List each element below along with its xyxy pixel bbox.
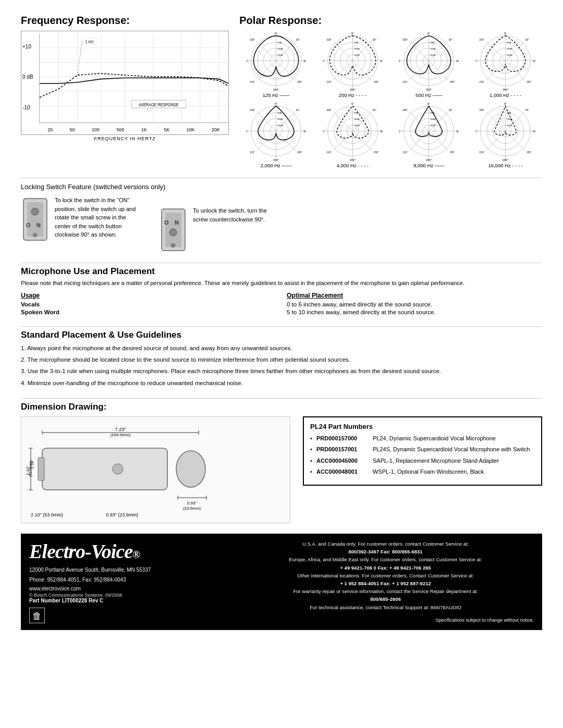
svg-text:270°: 270° [399,59,401,63]
svg-text:270°: 270° [246,130,249,133]
svg-text:N: N [36,222,41,228]
placement-header: Optimal Placement [287,292,542,299]
svg-text:(53.0mm): (53.0mm) [29,461,33,477]
part-item-0: • PRD000157000 PL24, Dynamic Supercardio… [310,435,535,442]
placement-row-vocals: 0 to 6 inches away, aimed directly at th… [287,301,542,307]
usage-col-left: Usage Vocals Spoken Word [21,292,276,317]
part-item-2: • ACC000045000 SAPL-1, Replacement Micro… [310,457,535,465]
footer-section: Electro-Voice® 12000 Portland Avenue Sou… [21,534,542,630]
polar-svg-250hz: 0° 90° 270° 180° 30° 330° 150° 210° -5dB… [323,31,383,91]
svg-text:150°: 150° [374,81,379,83]
polar-item-2000hz: 0° 90° 270° 180° 30° 330° 150° 210° -5dB… [239,101,313,168]
locking-title: Locking Switch Feature (switched version… [21,181,542,192]
standard-list: 1. Always point the microphone at the de… [21,343,542,388]
polar-label-8000hz: 8,000 Hz —— [413,163,445,168]
svg-text:210°: 210° [326,151,332,154]
polar-label-2000hz: 2,000 Hz —— [261,163,292,168]
footer-left: Electro-Voice® 12000 Portland Avenue Sou… [29,540,227,623]
svg-text:210°: 210° [326,81,332,83]
svg-text:0°: 0° [427,102,431,105]
svg-text:30°: 30° [525,109,529,112]
part-numbers-title: PL24 Part Numbers [310,423,535,430]
placement-vocals-text: 0 to 6 inches away, aimed directly at th… [287,301,432,307]
svg-text:0°: 0° [351,102,354,105]
polar-svg-2000hz: 0° 90° 270° 180° 30° 330° 150° 210° -5dB… [246,101,306,161]
svg-text:-15dB: -15dB [430,54,436,56]
svg-text:330°: 330° [480,39,485,41]
freq-x-100: 100 [92,127,100,132]
part-item-3: • ACC000048001 WSPL-1, Optional Foam Win… [310,468,535,476]
svg-text:-5dB: -5dB [277,41,282,44]
svg-text:7.23": 7.23" [115,427,126,432]
polar-response-section: Polar Response: 0° 90° [239,15,542,168]
svg-text:AVERAGE RESPONSE: AVERAGE RESPONSE [139,102,179,107]
dimension-svg-wrap: 7.23" (184.0mm) 2.10" [21,416,290,523]
footer-website: www.electrovoice.com [29,586,227,591]
svg-text:180°: 180° [273,158,279,161]
polar-svg-8000hz: 0° 90° 270° 180° 30° 330° 150° 210° -5dB… [399,101,459,161]
standard-title: Standard Placement & Use Guidelines [21,330,542,340]
svg-text:150°: 150° [527,151,532,154]
standard-item-3: 3. Use the 3-to-1 rule when using multip… [21,366,542,376]
svg-text:-10dB: -10dB [277,47,284,50]
svg-text:270°: 270° [475,130,478,133]
svg-text:270°: 270° [323,130,325,133]
svg-point-192 [176,451,205,487]
svg-text:90°: 90° [380,130,383,133]
svg-text:210°: 210° [403,81,408,83]
svg-text:-10dB: -10dB [430,47,436,50]
weee-icon: 🗑 [29,608,45,623]
svg-text:30°: 30° [373,39,376,41]
usage-spoken-label: Spoken Word [21,309,68,315]
usage-col-right: Optimal Placement 0 to 6 inches away, ai… [287,292,542,317]
svg-text:-5dB: -5dB [430,41,435,44]
freq-y-0db: 0 dB [22,74,39,80]
divider1 [21,178,542,178]
placement-row-spoken: 5 to 10 inches away, aimed directly at t… [287,309,542,315]
lock-text1: To lock the switch in the “ON” position,… [55,196,143,239]
freq-x-20: 20 [47,127,53,132]
mic-title: Microphone Use and Placement [21,266,542,277]
svg-text:210°: 210° [480,151,485,154]
locking-switch-section: Locking Switch Feature (switched version… [21,181,542,253]
svg-text:-15dB: -15dB [277,124,284,127]
polar-label-16000hz: 16,000 Hz - - - - [488,163,523,168]
footer-right-line-5: + 1 952 884-4051 Fax: + 1 952 887-9212 [237,579,534,587]
svg-text:-15dB: -15dB [507,124,513,127]
freq-x-1k: 1K [141,127,147,132]
polar-item-16000hz: 0° 90° 270° 180° 30° 330° 150° 210° -5dB… [469,101,542,168]
svg-text:330°: 330° [403,109,408,112]
switch-image-1: O N [21,196,50,243]
freq-x-labels: 20 50 100 500 1K 5K 10K 20K [39,125,228,134]
usage-row-spoken: Spoken Word [21,309,276,315]
svg-text:330°: 330° [250,39,255,41]
svg-text:270°: 270° [246,59,249,63]
polar-svg-125hz: 0° 90° 270° 180° 30° 330° 150° 210° -5dB… [246,31,306,91]
svg-text:0°: 0° [351,32,354,35]
mic-desc: Please note that micing techniques are a… [21,279,542,288]
svg-text:-15dB: -15dB [353,124,360,127]
ev-logo: Electro-Voice® [29,540,227,563]
svg-text:-10dB: -10dB [277,118,284,120]
svg-text:(184.0mm): (184.0mm) [111,433,131,437]
switch-image-2: O N [159,206,188,253]
freq-x-20k: 20K [212,127,220,132]
svg-point-172 [31,208,39,215]
divider2 [21,263,542,263]
svg-text:270°: 270° [399,130,401,133]
polar-label-500hz: 500 Hz —— [415,92,443,98]
svg-text:-15dB: -15dB [277,54,284,56]
svg-text:30°: 30° [449,109,452,112]
part-item-1: • PRD000157001 PL24S, Dynamic Supercardi… [310,446,535,453]
dim-height-label: 2.10" (53.0mm) [31,512,63,517]
svg-text:270°: 270° [323,59,325,63]
svg-text:210°: 210° [250,81,255,83]
freq-y-plus10: +10 [22,44,39,50]
placement-spoken-text: 5 to 10 inches away, aimed directly at t… [287,309,436,315]
standard-item-1: 1. Always point the microphone at the de… [21,343,542,353]
svg-text:180°: 180° [503,158,509,161]
footer-right: U.S.A. and Canada only. For customer ord… [237,540,534,624]
polar-label-125hz: 125 Hz —— [263,92,290,98]
footer-right-line-6: For warranty repair or service informati… [237,587,534,595]
svg-text:O: O [26,222,31,228]
